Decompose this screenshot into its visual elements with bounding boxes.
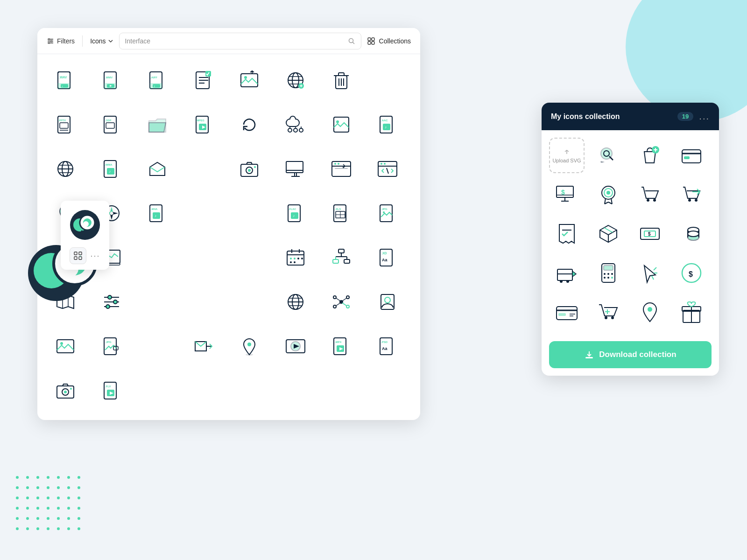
- coll-icon-dollar-monitor[interactable]: $: [549, 177, 585, 212]
- icon-empty-9: [185, 283, 222, 321]
- coll-icon-award[interactable]: [591, 177, 626, 212]
- icon-empty-5: [139, 239, 176, 276]
- icons-dropdown[interactable]: Icons: [90, 37, 113, 45]
- icon-empty-11: [139, 328, 176, 365]
- icon-psd[interactable]: .PSD Aa: [369, 328, 406, 365]
- coll-icon-dollar-bill[interactable]: $: [632, 216, 668, 252]
- icon-network[interactable]: [323, 283, 360, 321]
- icon-xd[interactable]: .XD Aa: [369, 239, 406, 276]
- icon-empty-7: [231, 239, 268, 276]
- icon-document[interactable]: [185, 62, 222, 99]
- svg-point-255: [604, 273, 606, 275]
- icon-email-open[interactable]: [139, 150, 176, 188]
- icon-globe2[interactable]: [47, 150, 84, 188]
- coll-icon-cursor[interactable]: [632, 255, 668, 291]
- filters-icon: [47, 37, 54, 45]
- coll-icon-location-shop[interactable]: [632, 294, 668, 330]
- icon-location-pin2[interactable]: [231, 328, 268, 365]
- icon-browser-code[interactable]: [369, 150, 406, 188]
- svg-text:.AIFF: .AIFF: [150, 76, 157, 79]
- collections-more-btn[interactable]: ...: [699, 111, 710, 122]
- svg-rect-201: [79, 252, 82, 255]
- coll-icon-calculator[interactable]: [591, 255, 626, 291]
- icon-globe-small[interactable]: [277, 283, 314, 321]
- download-collection-button[interactable]: Download collection: [549, 341, 712, 368]
- coll-icon-dollar-circle[interactable]: $: [674, 255, 709, 291]
- coll-icon-chat-search[interactable]: [591, 138, 626, 173]
- icon-trash[interactable]: [323, 62, 360, 99]
- icon-mp4[interactable]: .MP4: [323, 328, 360, 365]
- search-area[interactable]: Interface: [119, 33, 361, 49]
- upload-svg-cell[interactable]: Upload SVG: [549, 138, 585, 173]
- coll-icon-gift[interactable]: [674, 294, 709, 330]
- icon-display[interactable]: [277, 150, 314, 188]
- icon-video-player[interactable]: [277, 328, 314, 365]
- icon-mpeg[interactable]: .MPEG: [185, 106, 222, 143]
- coll-icon-coins[interactable]: [674, 216, 709, 252]
- coll-icon-credit-card[interactable]: [674, 138, 709, 173]
- svg-point-227: [606, 191, 610, 195]
- icon-wav[interactable]: .WAV ♪: [47, 62, 84, 99]
- icon-empty-6: [185, 239, 222, 276]
- svg-point-66: [336, 120, 339, 123]
- svg-text:♪: ♪: [155, 214, 156, 218]
- icon-email-send[interactable]: [185, 328, 222, 365]
- svg-point-150: [108, 295, 112, 299]
- icon-wmv[interactable]: .WMV: [93, 62, 130, 99]
- icon-xls[interactable]: .XLS: [323, 195, 360, 232]
- coll-icon-cart-arrow[interactable]: [674, 177, 709, 212]
- icon-folder-open[interactable]: [139, 106, 176, 143]
- icon-aac[interactable]: .AAC ♪: [369, 106, 406, 143]
- svg-point-199: [83, 221, 89, 227]
- icon-browser[interactable]: [323, 150, 360, 188]
- icon-landscape[interactable]: [47, 328, 84, 365]
- collections-title: My icons collection: [551, 112, 672, 121]
- icon-odp[interactable]: .ODP: [93, 106, 130, 143]
- svg-point-132: [290, 261, 292, 263]
- svg-point-60: [294, 128, 297, 132]
- dot-grid-decoration: [14, 474, 82, 532]
- coll-icon-receipt[interactable]: [549, 216, 585, 252]
- icon-camera2[interactable]: [47, 372, 84, 409]
- hover-more[interactable]: ···: [90, 251, 100, 261]
- svg-point-275: [648, 307, 652, 312]
- icon-wma[interactable]: .WMA ♪: [93, 150, 130, 188]
- svg-rect-8: [368, 38, 371, 41]
- collections-button[interactable]: Collections: [367, 37, 411, 45]
- add-to-collection-btn[interactable]: [70, 247, 86, 264]
- svg-rect-167: [381, 294, 394, 309]
- toolbar: Filters Icons Interface Collections: [37, 28, 420, 54]
- svg-point-168: [385, 297, 390, 303]
- icon-hierarchy[interactable]: [323, 239, 360, 276]
- coll-icon-credit-card2[interactable]: [549, 294, 585, 330]
- coll-icon-shopping-bag[interactable]: [632, 138, 668, 173]
- icon-jpg2[interactable]: .JPG: [93, 328, 130, 365]
- icon-refresh[interactable]: [231, 106, 268, 143]
- filters-button[interactable]: Filters: [47, 37, 75, 45]
- svg-text:.PSD: .PSD: [381, 341, 388, 343]
- icon-profile[interactable]: [369, 283, 406, 321]
- coll-icon-cart[interactable]: [632, 177, 668, 212]
- svg-line-165: [336, 303, 340, 306]
- svg-rect-108: [153, 212, 160, 219]
- icon-aiff[interactable]: .AIFF ♪: [139, 62, 176, 99]
- svg-point-34: [244, 76, 247, 79]
- icon-calendar[interactable]: [277, 239, 314, 276]
- icon-image-frame[interactable]: [323, 106, 360, 143]
- coll-icon-shipping[interactable]: [549, 255, 585, 291]
- icon-flac[interactable]: .FLAC ♪: [277, 195, 314, 232]
- svg-rect-268: [558, 313, 566, 316]
- icon-globe[interactable]: [277, 62, 314, 99]
- icon-jpg[interactable]: .JPG: [369, 195, 406, 232]
- icon-image-upload[interactable]: [231, 62, 268, 99]
- coll-icon-cart-add[interactable]: [591, 294, 626, 330]
- icon-m4a[interactable]: .M4A ♪: [139, 195, 176, 232]
- icon-cloud-network[interactable]: [277, 106, 314, 143]
- icon-pptx[interactable]: .PPTX: [47, 106, 84, 143]
- svg-text:.PPTX: .PPTX: [58, 119, 66, 122]
- svg-text:Aa: Aa: [382, 346, 388, 351]
- coll-icon-package[interactable]: [591, 216, 626, 252]
- icon-camera[interactable]: [231, 150, 268, 188]
- icon-flv[interactable]: .FLV: [93, 372, 130, 409]
- svg-rect-135: [333, 259, 338, 263]
